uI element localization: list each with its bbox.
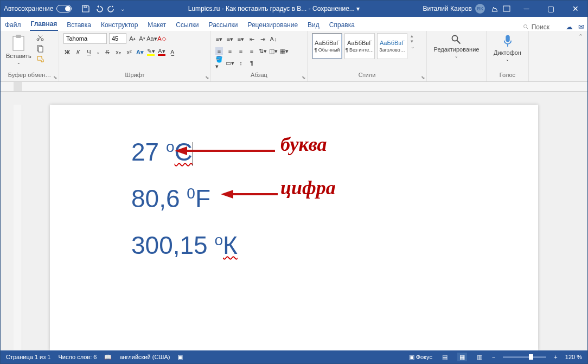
svg-rect-1 xyxy=(503,6,510,11)
highlight-icon[interactable]: ✎▾ xyxy=(147,48,155,56)
multilevel-icon[interactable]: ≡▾ xyxy=(237,35,245,43)
svg-rect-10 xyxy=(506,35,510,42)
styles-more-icon[interactable]: ⌄ xyxy=(411,44,415,49)
web-layout-icon[interactable]: ▥ xyxy=(475,353,484,361)
qat-more-icon[interactable]: ⌄ xyxy=(120,6,125,12)
font-dialog-launcher[interactable]: ⬊ xyxy=(205,75,209,80)
ribbon-display-icon[interactable] xyxy=(502,4,511,13)
user-account[interactable]: Виталий Каиров ВК xyxy=(423,4,485,14)
font-size-select[interactable] xyxy=(109,33,126,44)
status-lang[interactable]: английский (США) xyxy=(119,354,170,360)
zoom-out-button[interactable]: − xyxy=(492,354,495,360)
vertical-ruler[interactable] xyxy=(14,105,22,350)
justify-icon[interactable]: ≡ xyxy=(248,47,255,55)
status-page[interactable]: Страница 1 из 1 xyxy=(6,354,50,360)
decrease-font-icon[interactable]: A▾ xyxy=(138,35,146,42)
increase-indent-icon[interactable]: ⇥ xyxy=(259,35,266,43)
tab-mailings[interactable]: Рассылки xyxy=(208,19,239,31)
borders-icon[interactable]: ▦▾ xyxy=(280,47,288,55)
tab-help[interactable]: Справка xyxy=(328,19,356,31)
status-focus[interactable]: ▣ Фокус xyxy=(409,354,432,361)
increase-font-icon[interactable]: A▴ xyxy=(129,35,136,42)
numbering-icon[interactable]: ≡▾ xyxy=(226,35,234,43)
save-icon[interactable] xyxy=(81,4,90,13)
share-icon[interactable]: ☁ xyxy=(566,23,573,31)
copy-icon[interactable] xyxy=(36,44,44,53)
align-right-icon[interactable]: ≡ xyxy=(237,47,245,55)
toggle-icon xyxy=(56,5,72,12)
horizontal-ruler[interactable] xyxy=(1,82,587,92)
clear-format-icon[interactable]: A◇ xyxy=(158,35,165,42)
svg-rect-3 xyxy=(13,36,24,50)
autosave-toggle[interactable]: Автосохранение xyxy=(4,5,72,12)
shading-icon[interactable]: ◫▾ xyxy=(270,47,277,55)
collapse-ribbon-icon[interactable]: ⌃ xyxy=(578,33,583,40)
comments-icon[interactable]: ✉ xyxy=(578,23,584,31)
read-mode-icon[interactable]: ▤ xyxy=(440,353,450,361)
doc-line-3[interactable]: 300,15 оК xyxy=(131,231,457,260)
tab-design[interactable]: Конструктор xyxy=(100,19,139,31)
close-button[interactable]: ✕ xyxy=(563,1,587,17)
tab-review[interactable]: Рецензирование xyxy=(246,19,299,31)
bullets-icon[interactable]: ≡▾ xyxy=(215,35,223,43)
show-marks-icon[interactable]: ¶ xyxy=(248,59,255,67)
cut-icon[interactable] xyxy=(36,33,44,42)
print-layout-icon[interactable]: ▦ xyxy=(457,353,467,361)
paragraph-dialog-launcher[interactable]: ⬊ xyxy=(302,75,306,80)
tab-view[interactable]: Вид xyxy=(306,19,321,31)
tab-references[interactable]: Ссылки xyxy=(175,19,200,31)
subscript-button[interactable]: x₂ xyxy=(114,48,122,56)
annotation-digit: цифра xyxy=(280,176,336,199)
font-color-icon[interactable]: A▾ xyxy=(158,48,165,56)
dictation-button[interactable]: Диктофон ⌄ xyxy=(493,33,522,63)
coming-soon-icon[interactable] xyxy=(490,4,499,13)
line-spacing-icon[interactable]: ⇅▾ xyxy=(259,47,266,55)
status-macro-icon[interactable]: ▣ xyxy=(177,354,183,361)
document-area: 27 оС 80,6 0F 300,15 оК буква цифра xyxy=(1,92,587,350)
tab-insert[interactable]: Вставка xyxy=(66,19,92,31)
zoom-level[interactable]: 120 % xyxy=(565,354,582,360)
zoom-slider[interactable] xyxy=(503,356,546,358)
status-words[interactable]: Число слов: 6 xyxy=(58,354,97,360)
search-input[interactable]: Поиск xyxy=(523,23,553,31)
align-center-icon[interactable]: ≡ xyxy=(226,47,234,55)
text-effects-icon[interactable]: A▾ xyxy=(136,48,144,56)
decrease-indent-icon[interactable]: ⇤ xyxy=(248,35,255,43)
bold-button[interactable]: Ж xyxy=(63,48,71,56)
strike-button[interactable]: S xyxy=(104,48,111,56)
styles-dialog-launcher[interactable]: ⬊ xyxy=(421,75,425,80)
sort-icon[interactable]: A↓ xyxy=(270,35,277,43)
tab-layout[interactable]: Макет xyxy=(146,19,167,31)
clipboard-label: Буфер обмен… xyxy=(5,72,54,79)
status-proofing-icon[interactable]: 📖 xyxy=(104,354,112,361)
redo-icon[interactable] xyxy=(107,4,116,13)
font-name-select[interactable] xyxy=(63,33,107,44)
change-case-icon[interactable]: Aa▾ xyxy=(148,35,156,42)
style-normal[interactable]: АаБбВвГ ¶ Обычный xyxy=(312,33,342,59)
style-no-spacing[interactable]: АаБбВвГ ¶ Без инте… xyxy=(344,33,375,59)
char-border-icon[interactable]: A̲ xyxy=(169,48,176,56)
border2-icon[interactable]: ▭▾ xyxy=(226,59,234,67)
sort2-icon[interactable]: ↕ xyxy=(237,59,245,67)
fill-icon[interactable]: 🪣▾ xyxy=(215,59,223,67)
paste-button[interactable]: Вставить ⌄ xyxy=(5,33,33,66)
underline-button[interactable]: Ч xyxy=(85,48,93,56)
page[interactable]: 27 оС 80,6 0F 300,15 оК буква цифра xyxy=(50,105,538,350)
avatar: ВК xyxy=(475,4,485,14)
tab-home[interactable]: Главная xyxy=(30,18,59,31)
undo-icon[interactable] xyxy=(94,4,103,13)
zoom-in-button[interactable]: + xyxy=(554,354,557,360)
svg-rect-4 xyxy=(16,35,21,38)
tab-file[interactable]: Файл xyxy=(4,19,22,31)
align-left-icon[interactable]: ≡ xyxy=(215,47,223,55)
styles-down-icon[interactable]: ▾ xyxy=(411,39,415,44)
minimize-button[interactable]: ─ xyxy=(514,1,539,17)
style-heading[interactable]: АаБбВвГ Заголово… xyxy=(377,33,407,59)
format-painter-icon[interactable] xyxy=(36,55,44,63)
styles-up-icon[interactable]: ▴ xyxy=(411,33,415,39)
editing-button[interactable]: Редактирование ⌄ xyxy=(433,33,481,60)
superscript-button[interactable]: x² xyxy=(125,48,133,56)
clipboard-dialog-launcher[interactable]: ⬊ xyxy=(53,75,57,80)
italic-button[interactable]: К xyxy=(74,48,82,56)
maximize-button[interactable]: ▢ xyxy=(539,1,563,17)
